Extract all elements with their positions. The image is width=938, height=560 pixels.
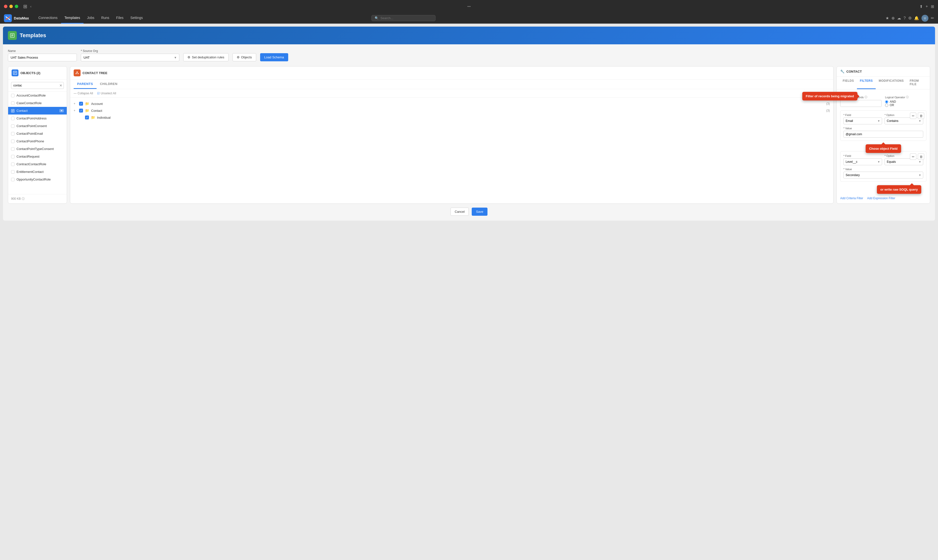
- nav-jobs[interactable]: Jobs: [83, 13, 98, 24]
- filter1-delete-button[interactable]: 🗑: [918, 112, 924, 119]
- tree-checkbox[interactable]: ✓: [85, 115, 89, 120]
- list-item[interactable]: ContractContactRole: [8, 160, 67, 168]
- obj-checkbox[interactable]: [11, 147, 15, 151]
- filter2-value-select[interactable]: Secondary: [843, 172, 923, 178]
- list-item[interactable]: AccountContactRole: [8, 92, 67, 99]
- tree-item-count: (3): [826, 109, 830, 112]
- obj-checkbox[interactable]: [11, 140, 15, 143]
- tree-item[interactable]: + ✓ 📁 Contact (3): [74, 107, 830, 114]
- maximize-button[interactable]: [15, 5, 18, 8]
- obj-search-clear[interactable]: ✕: [59, 83, 62, 88]
- obj-name: ContactPointConsent: [17, 124, 64, 128]
- nav-settings[interactable]: Settings: [127, 13, 146, 24]
- titlebar: ⊞ ‹ ••• ⬆ + ⊞: [0, 0, 938, 13]
- list-item[interactable]: ContactPointTypeConsent: [8, 145, 67, 153]
- help-icon[interactable]: ?: [904, 16, 906, 20]
- obj-name: ContactRequest: [17, 155, 64, 158]
- obj-checkbox[interactable]: [11, 109, 15, 112]
- add-expression-link[interactable]: Add Expression Filter: [867, 197, 895, 200]
- filter2-value-group: * Value Secondary ▼: [843, 168, 923, 178]
- list-item[interactable]: ContactRequest: [8, 153, 67, 160]
- tab-parents[interactable]: PARENTS: [74, 80, 97, 89]
- filter1-field-select[interactable]: Email: [843, 117, 882, 125]
- add-criteria-link[interactable]: Add Criteria Filter: [840, 197, 863, 200]
- tree-item[interactable]: + ✓ 📁 Individual: [80, 114, 830, 121]
- tab-modifications[interactable]: MODIFICATIONS: [876, 77, 907, 89]
- svg-point-13: [78, 73, 79, 74]
- grid-icon[interactable]: ⊞: [931, 4, 934, 9]
- close-button[interactable]: [4, 5, 8, 8]
- contact-panel: 🔧 CONTACT FIELDS FILTERS MODIFICATIONS F…: [836, 66, 930, 204]
- obj-name: ContactPointEmail: [17, 132, 64, 135]
- list-item[interactable]: ContactPointConsent: [8, 122, 67, 130]
- star-icon[interactable]: ★: [886, 16, 889, 20]
- obj-checkbox[interactable]: [11, 155, 15, 158]
- collapse-all-button[interactable]: — Collapse All: [74, 92, 93, 95]
- list-item[interactable]: ContactPointAddress: [8, 114, 67, 122]
- list-item[interactable]: ContactPointEmail: [8, 130, 67, 137]
- search-bar[interactable]: 🔍: [371, 15, 436, 21]
- gear-icon[interactable]: ⚙: [908, 16, 912, 20]
- list-item[interactable]: OpportunityContactRole: [8, 175, 67, 183]
- app-name: DataMax: [14, 16, 29, 20]
- save-button[interactable]: Save: [472, 208, 487, 216]
- tab-from-file[interactable]: FROM FILE: [907, 77, 927, 89]
- obj-checkbox[interactable]: [11, 163, 15, 166]
- tab-children[interactable]: CHILDREN: [97, 80, 121, 89]
- and-radio[interactable]: [885, 100, 888, 103]
- list-item[interactable]: Contact ▼: [8, 107, 67, 114]
- obj-checkbox[interactable]: [11, 94, 15, 97]
- filter2-field-select[interactable]: Level__c: [843, 158, 882, 165]
- objects-button[interactable]: ⚙ Objects: [233, 53, 256, 61]
- tab-filters[interactable]: FILTERS: [857, 77, 876, 89]
- tree-checkbox[interactable]: ✓: [79, 109, 83, 112]
- obj-checkbox[interactable]: [11, 132, 15, 135]
- nav-files[interactable]: Files: [113, 13, 127, 24]
- logical-op-info-icon: ⓘ: [906, 95, 909, 99]
- back-button[interactable]: ‹: [30, 5, 32, 8]
- obj-checkbox[interactable]: [11, 178, 15, 181]
- share-icon[interactable]: ⬆: [920, 4, 923, 9]
- or-radio[interactable]: [885, 104, 888, 107]
- edit-icon[interactable]: ✏: [931, 16, 934, 20]
- unselect-all-button[interactable]: ☑ Unselect All: [97, 92, 116, 95]
- obj-checkbox[interactable]: [11, 117, 15, 120]
- filter2-delete-button[interactable]: 🗑: [918, 154, 924, 160]
- filter2-edit-button[interactable]: ✏: [910, 154, 916, 160]
- nav-runs[interactable]: Runs: [98, 13, 113, 24]
- svg-point-11: [77, 71, 78, 72]
- obj-checkbox[interactable]: [11, 102, 15, 105]
- obj-checkbox[interactable]: [11, 170, 15, 174]
- unselect-icon: ☑: [97, 92, 100, 95]
- minimize-button[interactable]: [9, 5, 13, 8]
- list-item[interactable]: ContactPointPhone: [8, 137, 67, 145]
- load-schema-button[interactable]: Load Schema: [260, 53, 288, 61]
- nav-connections[interactable]: Connections: [35, 13, 61, 24]
- list-item[interactable]: CaseContactRole: [8, 99, 67, 107]
- obj-size: 900 KB ⓘ: [11, 197, 25, 201]
- new-tab-icon[interactable]: +: [926, 4, 928, 9]
- nav-templates[interactable]: Templates: [61, 13, 84, 24]
- filter1-value-input[interactable]: [843, 131, 923, 138]
- tab-fields[interactable]: FIELDS: [840, 77, 857, 89]
- expand-icon[interactable]: +: [74, 102, 77, 105]
- obj-checkbox[interactable]: [11, 125, 15, 128]
- avatar[interactable]: U: [921, 15, 929, 22]
- search-input[interactable]: [380, 16, 432, 20]
- add-icon[interactable]: ⊕: [892, 16, 895, 20]
- tree-checkbox[interactable]: ✓: [79, 102, 83, 106]
- obj-search-input[interactable]: [11, 82, 64, 89]
- filter1-edit-button[interactable]: ✏: [910, 112, 916, 119]
- tree-item[interactable]: + ✓ 📁 Account (3): [74, 100, 830, 107]
- cloud-icon[interactable]: ☁: [897, 16, 901, 20]
- bell-icon[interactable]: 🔔: [914, 16, 919, 20]
- source-org-group: * Source Org UAT ▼: [81, 49, 179, 61]
- list-item[interactable]: EntitlementContact: [8, 168, 67, 175]
- expand-icon[interactable]: +: [74, 109, 77, 112]
- num-records-input[interactable]: [840, 100, 882, 107]
- dedup-button[interactable]: ⚙ Set deduplication rules: [183, 53, 229, 61]
- name-input[interactable]: [8, 54, 77, 61]
- cancel-button[interactable]: Cancel: [451, 208, 469, 216]
- filter1-field-group: * Field Email ▼: [843, 114, 882, 125]
- source-org-select[interactable]: UAT: [81, 54, 179, 61]
